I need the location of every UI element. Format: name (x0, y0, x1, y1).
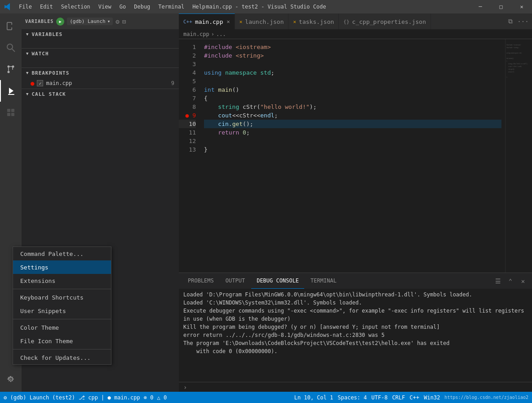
maximize-button[interactable]: □ (491, 0, 511, 13)
console-line-5: error return ../../../src/gdb-8.1/gdb/wi… (183, 331, 528, 339)
status-debug-config[interactable]: ⚙ (gdb) Launch (test2) (4, 394, 75, 401)
filter-console-icon[interactable]: ☰ (492, 276, 503, 287)
debug-icon[interactable] (0, 80, 22, 102)
menu-command-palette[interactable]: Command Palette... (13, 247, 111, 260)
source-control-icon[interactable] (0, 58, 22, 80)
menu-go[interactable]: Go (116, 3, 129, 11)
debug-play-button[interactable]: ▶ (56, 18, 64, 26)
console-input-bar: › (179, 382, 532, 392)
minimize-button[interactable]: ─ (470, 0, 491, 13)
bottom-panel: PROBLEMS OUTPUT DEBUG CONSOLE TERMINAL ☰… (179, 273, 532, 392)
variables-header[interactable]: ▼ VARIABLES (22, 29, 179, 39)
menu-debug[interactable]: Debug (130, 3, 154, 11)
breakpoints-section: ▼ BREAKPOINTS ● ✓ main.cpp 9 (22, 67, 179, 89)
window-controls: ─ □ ✕ (470, 0, 532, 13)
breakpoints-arrow: ▼ (26, 71, 29, 75)
more-tabs-button[interactable]: ··· (518, 16, 528, 27)
search-icon[interactable] (0, 37, 22, 58)
tab-main-cpp-close[interactable]: ✕ (227, 18, 230, 25)
debug-config-dropdown[interactable]: (gdb) Launch ▾ (67, 18, 113, 25)
menu-check-updates[interactable]: Check for Updates... (13, 351, 111, 364)
breadcrumb: main.cpp › ... (179, 29, 532, 39)
breakpoints-content: ● ✓ main.cpp 9 (22, 78, 179, 89)
menu-extensions[interactable]: Extensions (13, 274, 111, 287)
code-content[interactable]: #include <iostream> #include <string> us… (200, 39, 505, 273)
svg-rect-5 (8, 94, 14, 95)
tab-bar: C++ main.cpp ✕ ✕ launch.json ✕ tasks.jso… (179, 13, 532, 29)
menu-user-snippets[interactable]: User Snippets (13, 304, 111, 318)
breakpoint-dot: ● (31, 80, 34, 87)
tab-main-cpp[interactable]: C++ main.cpp ✕ (179, 13, 235, 29)
menu-bar: File Edit Selection View Go Debug Termin… (15, 3, 209, 11)
tab-main-cpp-label: main.cpp (195, 18, 223, 25)
menu-view[interactable]: View (95, 3, 115, 11)
code-line-7: { (204, 94, 501, 103)
menu-settings[interactable]: Settings (13, 260, 111, 274)
menu-terminal[interactable]: Terminal (155, 3, 188, 11)
close-panel-button[interactable]: ✕ (518, 276, 528, 287)
extensions-icon[interactable] (0, 102, 22, 123)
variables-title: VARIABLES (31, 31, 62, 37)
breakpoints-header[interactable]: ▼ BREAKPOINTS (22, 68, 179, 78)
tab-debug-console[interactable]: DEBUG CONSOLE (251, 273, 304, 289)
tab-tasks-json[interactable]: ✕ tasks.json (288, 13, 339, 29)
status-warnings[interactable]: △ 0 (157, 394, 167, 401)
tab-cpp-properties[interactable]: {} c_cpp_properties.json (339, 13, 431, 29)
status-spaces[interactable]: Spaces: 4 (337, 394, 367, 401)
editor-minimap: #include <iostream> #include <string> us… (505, 39, 532, 273)
tab-launch-json[interactable]: ✕ launch.json (235, 13, 289, 29)
titlebar: File Edit Selection View Go Debug Termin… (0, 0, 532, 13)
code-line-6: int main() (204, 85, 501, 94)
explorer-icon[interactable] (0, 15, 22, 37)
debug-settings-icon[interactable]: ⚙ (115, 18, 119, 25)
status-errors[interactable]: ⊗ 0 (144, 394, 154, 401)
status-mode[interactable]: Win32 (424, 394, 440, 401)
status-line-ending[interactable]: CRLF (392, 394, 405, 401)
menu-file[interactable]: File (15, 3, 35, 11)
tab-output[interactable]: OUTPUT (220, 273, 250, 289)
menu-edit[interactable]: Edit (36, 3, 57, 11)
context-menu: Command Palette... Settings Extensions K… (13, 246, 111, 365)
menu-keyboard-shortcuts[interactable]: Keyboard Shortcuts (13, 291, 111, 304)
console-line-6: The program 'E:\Downloads\CodeBlocksProj… (183, 339, 528, 355)
breakpoint-item[interactable]: ● ✓ main.cpp 9 (22, 79, 179, 88)
app-icon (4, 3, 12, 10)
debug-split-icon[interactable]: ⊟ (122, 18, 126, 25)
tab-terminal[interactable]: TERMINAL (305, 273, 342, 289)
status-encoding[interactable]: UTF-8 (372, 394, 388, 401)
close-button[interactable]: ✕ (511, 0, 532, 13)
svg-line-1 (12, 49, 15, 52)
status-language[interactable]: C++ (410, 394, 420, 401)
status-position[interactable]: Ln 10, Col 1 (294, 394, 333, 401)
watch-header[interactable]: ▼ WATCH (22, 49, 179, 58)
menu-file-icon-theme[interactable]: File Icon Theme (13, 334, 111, 348)
menu-color-theme[interactable]: Color Theme (13, 321, 111, 334)
svg-point-2 (8, 66, 10, 68)
breadcrumb-item[interactable]: ... (216, 31, 226, 37)
console-line-3: Execute debugger commands using "-exec <… (183, 307, 528, 323)
tab-problems[interactable]: PROBLEMS (182, 273, 219, 289)
code-editor[interactable]: 1 2 3 4 5 6 7 8 ● 9 10 11 12 13 #include… (179, 39, 532, 273)
menu-selection[interactable]: Selection (58, 3, 94, 11)
breakpoint-line: 9 (171, 80, 174, 86)
breakpoint-checkbox[interactable]: ✓ (37, 80, 43, 86)
breakpoint-filename: main.cpp (46, 80, 72, 86)
scroll-lock-icon[interactable]: ⌃ (505, 276, 516, 287)
callstack-header[interactable]: ▼ CALL STACK (22, 89, 179, 99)
tab-json-icon-tasks: ✕ (293, 19, 296, 25)
panel-tabs: PROBLEMS OUTPUT DEBUG CONSOLE TERMINAL ☰… (179, 273, 532, 289)
menu-divider-2 (13, 319, 111, 319)
tab-json-icon-launch: ✕ (239, 19, 243, 25)
breadcrumb-file[interactable]: main.cpp (183, 31, 209, 37)
breakpoints-title: BREAKPOINTS (31, 70, 69, 76)
code-line-12 (204, 137, 501, 145)
callstack-section: ▼ CALL STACK (22, 89, 179, 108)
status-branch[interactable]: ⎇ cpp | ● main.cpp (79, 394, 140, 401)
settings-gear-icon[interactable] (0, 368, 22, 390)
split-editor-button[interactable]: ⧉ (505, 16, 516, 27)
code-line-9: cout<<cStr<<endl; (204, 111, 501, 120)
console-line-1: Loaded 'D:\Program Files\MinGW6.0.0\ming… (183, 291, 528, 299)
watch-title: WATCH (31, 51, 49, 57)
watch-content (22, 58, 179, 67)
tab-json-icon-props: {} (343, 19, 349, 25)
